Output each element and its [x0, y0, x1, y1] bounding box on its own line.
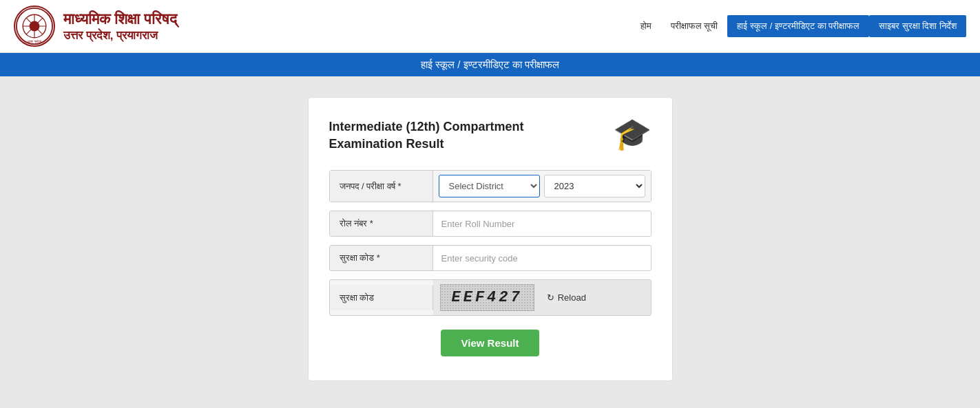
nav-results[interactable]: परीक्षाफल सूची [661, 15, 728, 37]
roll-row: रोल नंबर * [329, 211, 651, 237]
header: उत्तर प्रदेश माध्यमिक शिक्षा परिषद् उत्त… [0, 0, 980, 53]
captcha-label: सुरक्षा कोड [330, 286, 433, 310]
result-card: Intermediate (12th) Compartment Examinat… [308, 97, 673, 381]
captcha-image: EEF427 [440, 284, 534, 311]
header-left: उत्तर प्रदेश माध्यमिक शिक्षा परिषद् उत्त… [14, 6, 177, 47]
security-input[interactable] [433, 246, 651, 270]
security-row: सुरक्षा कोड * [329, 245, 651, 271]
svg-text:उत्तर प्रदेश: उत्तर प्रदेश [27, 39, 41, 44]
card-title: Intermediate (12th) Compartment Examinat… [329, 118, 524, 153]
reload-button[interactable]: ↻ Reload [541, 290, 592, 305]
graduation-cap-icon: 🎓 [613, 118, 651, 149]
roll-input[interactable] [433, 212, 651, 236]
reload-icon: ↻ [547, 292, 554, 303]
district-label: जनपद / परीक्षा वर्ष * [330, 171, 433, 202]
nav-home[interactable]: होम [631, 15, 661, 37]
view-result-button[interactable]: View Result [441, 330, 540, 356]
card-header: Intermediate (12th) Compartment Examinat… [329, 118, 651, 153]
roll-label: रोल नंबर * [330, 211, 433, 236]
org-name: माध्यमिक शिक्षा परिषद् [63, 10, 177, 30]
nav-cyber[interactable]: साइबर सुरक्षा दिशा निर्देश [869, 15, 966, 37]
district-fields: Select District 2023 2022 2021 2020 [433, 171, 651, 202]
roll-field [433, 212, 651, 236]
year-select[interactable]: 2023 2022 2021 2020 [544, 175, 645, 197]
org-location: उत्तर प्रदेश, प्रयागराज [63, 29, 177, 43]
security-label: सुरक्षा कोड * [330, 246, 433, 270]
district-row: जनपद / परीक्षा वर्ष * Select District 20… [329, 170, 651, 202]
reload-label: Reload [558, 292, 586, 303]
main-nav: होम परीक्षाफल सूची हाई स्कूल / इण्टरमीडि… [631, 15, 966, 37]
org-logo: उत्तर प्रदेश [14, 6, 55, 47]
main-content: Intermediate (12th) Compartment Examinat… [0, 76, 980, 402]
blue-banner: हाई स्कूल / इण्टरमीडिएट का परीक्षाफल [0, 53, 980, 76]
captcha-row: सुरक्षा कोड EEF427 ↻ Reload [329, 279, 651, 316]
captcha-field: EEF427 ↻ Reload [433, 280, 651, 315]
logo-svg: उत्तर प्रदेश [15, 7, 54, 45]
security-field [433, 246, 651, 270]
nav-highschool[interactable]: हाई स्कूल / इण्टरमीडिएट का परीक्षाफल [727, 15, 869, 37]
district-select[interactable]: Select District [439, 175, 540, 197]
org-text: माध्यमिक शिक्षा परिषद् उत्तर प्रदेश, प्र… [63, 10, 177, 43]
